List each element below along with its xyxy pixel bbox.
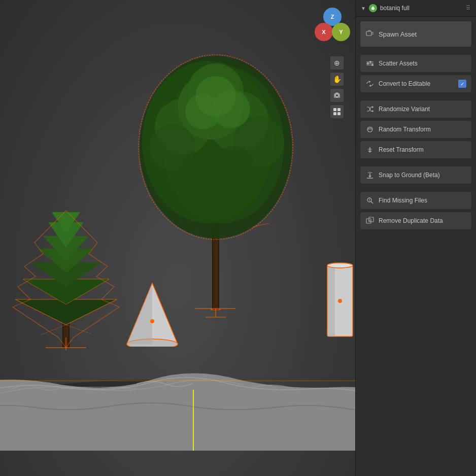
3d-viewport[interactable]: Z X Y ⊕ ✋ [0,0,355,476]
svg-marker-61 [369,81,371,83]
svg-rect-48 [333,108,336,111]
scatter-icon [365,59,375,68]
randomize-variant-label: Randomize Variant [379,106,466,113]
svg-marker-72 [368,176,371,178]
grab-tool[interactable]: ✋ [330,72,344,86]
reset-transform-icon [365,145,375,154]
svg-line-75 [371,201,373,203]
axis-gizmo: Z X Y [315,8,350,48]
svg-point-58 [367,62,369,64]
svg-rect-50 [333,112,336,115]
panel-header: ▼ botaniq full ⠿ [356,0,476,17]
panel-buttons-container: Spawn Asset Scatter Assets [356,17,476,234]
snap-icon [365,171,375,180]
find-missing-files-button[interactable]: Find Missing Files [360,191,472,210]
svg-point-60 [371,64,373,66]
panel-options[interactable]: ⠿ [466,5,471,12]
reset-transform-label: Reset Transform [379,146,466,153]
snap-to-ground-label: Snap to Ground (Beta) [379,172,466,179]
axis-y: Y [332,23,350,41]
spawn-asset-label: Spawn Asset [379,30,466,38]
random-transform-icon [365,125,375,134]
cone-object [124,281,180,347]
remove-duplicate-data-button[interactable]: Remove Duplicate Data [360,212,472,230]
axis-x: X [315,23,333,41]
randomize-icon [365,105,375,114]
svg-point-44 [327,263,353,268]
svg-marker-64 [372,110,374,112]
convert-editable-checkbox[interactable]: ✓ [458,80,466,88]
tree-large [132,46,299,320]
convert-editable-button[interactable]: Convert to Editable ✓ [360,75,472,93]
svg-rect-52 [366,31,371,36]
convert-icon [365,79,375,88]
zoom-tool[interactable]: ⊕ [330,56,344,70]
svg-marker-62 [369,85,371,87]
find-missing-files-label: Find Missing Files [379,197,466,204]
scatter-assets-label: Scatter Assets [379,60,466,67]
svg-point-14 [178,152,218,193]
camera-tool[interactable] [330,88,344,103]
x-axis-line [0,381,355,381]
svg-point-77 [369,201,370,202]
snap-to-ground-button[interactable]: Snap to Ground (Beta) [360,166,472,184]
remove-duplicate-icon [365,216,375,225]
svg-point-15 [212,146,255,189]
random-transform-label: Random Transform [379,126,466,133]
svg-point-46 [335,94,338,97]
svg-marker-40 [127,283,152,344]
botaniq-panel: ▼ botaniq full ⠿ Spawn Asset [355,0,476,476]
svg-point-18 [195,76,236,117]
scatter-assets-button[interactable]: Scatter Assets [360,54,472,73]
find-icon [365,196,375,205]
svg-rect-49 [337,108,341,111]
svg-line-35 [66,325,91,334]
y-axis-line [193,390,194,451]
panel-collapse-arrow[interactable]: ▼ [361,6,366,11]
convert-editable-label: Convert to Editable [379,80,454,87]
spawn-asset-button[interactable]: Spawn Asset [360,21,472,47]
viewport-toolbar: ⊕ ✋ [330,56,344,119]
random-transform-button[interactable]: Random Transform [360,120,472,139]
spawn-icon [365,29,375,39]
panel-icon [369,4,377,12]
svg-rect-43 [327,265,335,336]
svg-marker-63 [372,106,374,108]
cylinder-object [325,260,355,342]
panel-title: botaniq full [380,5,463,12]
grid-tool[interactable] [330,105,344,119]
svg-point-45 [338,299,342,303]
svg-line-34 [41,325,66,335]
svg-point-41 [150,319,154,323]
svg-point-59 [369,61,371,63]
tree-small [10,188,122,350]
randomize-variant-button[interactable]: Randomize Variant [360,100,472,118]
remove-duplicate-data-label: Remove Duplicate Data [379,217,466,224]
reset-transform-button[interactable]: Reset Transform [360,141,472,159]
svg-rect-51 [337,112,341,115]
